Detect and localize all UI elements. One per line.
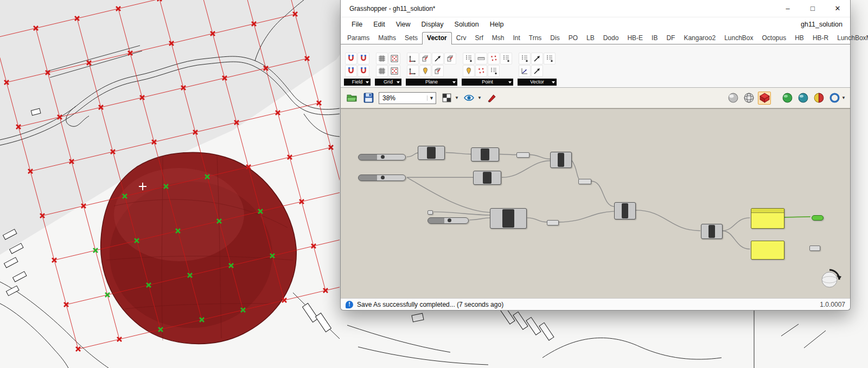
- menu-display[interactable]: Display: [416, 19, 449, 30]
- save-file-button[interactable]: [362, 92, 375, 105]
- arrow-icon[interactable]: [432, 53, 444, 64]
- magnet-icon[interactable]: [345, 65, 357, 77]
- arrow-icon[interactable]: [531, 65, 543, 77]
- gh-node-mini[interactable]: [809, 246, 820, 251]
- pin-icon[interactable]: [419, 65, 431, 77]
- tab-trns[interactable]: Trns: [525, 33, 546, 44]
- tab-maths[interactable]: Maths: [374, 33, 400, 44]
- titlebar[interactable]: Grasshopper - gh11_solution* –□✕: [341, 0, 850, 17]
- tab-lunchbox[interactable]: LunchBox: [720, 33, 757, 44]
- ribbon-group-label[interactable]: Plane: [406, 79, 457, 86]
- display-caret-icon[interactable]: ▼: [841, 95, 846, 100]
- xyz-icon[interactable]: [519, 53, 531, 64]
- gh-node-panel[interactable]: [751, 208, 784, 229]
- gh-node-slider[interactable]: [358, 175, 406, 181]
- ribbon-group-label[interactable]: Vector: [518, 79, 557, 86]
- menu-view[interactable]: View: [391, 19, 416, 30]
- gh-node-component[interactable]: [471, 147, 499, 162]
- tab-kangaroo2[interactable]: Kangaroo2: [679, 33, 720, 44]
- tab-params[interactable]: Params: [343, 33, 374, 44]
- gh-canvas[interactable]: [341, 108, 850, 298]
- tab-dis[interactable]: Dis: [546, 33, 564, 44]
- scatter-icon[interactable]: [488, 53, 500, 64]
- gh-node-green[interactable]: [812, 215, 824, 221]
- plane-icon[interactable]: [444, 53, 456, 64]
- gh-node-mini[interactable]: [427, 210, 433, 215]
- menu-help[interactable]: Help: [484, 19, 509, 30]
- tab-lb[interactable]: LB: [582, 33, 599, 44]
- arrow-icon[interactable]: [531, 53, 543, 64]
- minimize-button[interactable]: –: [775, 0, 800, 17]
- canvas-compass[interactable]: [818, 268, 841, 292]
- magnet-icon[interactable]: [358, 65, 369, 77]
- tab-sets[interactable]: Sets: [400, 33, 422, 44]
- tab-octopus[interactable]: Octopus: [758, 33, 791, 44]
- menu-file[interactable]: File: [346, 19, 368, 30]
- no-preview-icon[interactable]: [758, 92, 771, 105]
- canvas-pattern-button[interactable]: [440, 92, 453, 105]
- gh-node-component[interactable]: [614, 202, 636, 219]
- zoom-caret-icon[interactable]: ▼: [427, 95, 436, 101]
- preview-quality-icon[interactable]: [812, 92, 825, 105]
- ruler-icon[interactable]: [475, 53, 487, 64]
- gh-node-mini[interactable]: [547, 220, 559, 225]
- gh-node-component[interactable]: [473, 171, 501, 185]
- xyz-icon[interactable]: [500, 53, 512, 64]
- tab-df[interactable]: DF: [662, 33, 679, 44]
- gh-node-mini[interactable]: [516, 152, 529, 158]
- pin-icon[interactable]: [463, 65, 475, 77]
- magnet-icon[interactable]: [345, 53, 357, 64]
- tab-srf[interactable]: Srf: [470, 33, 487, 44]
- grid-icon[interactable]: [376, 53, 388, 64]
- tab-dodo[interactable]: Dodo: [599, 33, 623, 44]
- tab-hb[interactable]: HB: [790, 33, 808, 44]
- tab-hb-e[interactable]: HB-E: [623, 33, 647, 44]
- gh-node-component[interactable]: [490, 208, 527, 229]
- gh-node-panel[interactable]: [751, 241, 784, 260]
- ribbon-group-label[interactable]: Grid: [375, 79, 401, 86]
- tab-ib[interactable]: IB: [647, 33, 662, 44]
- xyz-icon[interactable]: [463, 53, 475, 64]
- tab-hb-r[interactable]: HB-R: [808, 33, 833, 44]
- pattern-caret-icon[interactable]: ▼: [455, 95, 459, 100]
- plane-icon[interactable]: [432, 65, 444, 77]
- gh-node-slider[interactable]: [358, 154, 406, 160]
- vecdisp-icon[interactable]: [519, 65, 531, 77]
- draw-fancy-wires-icon[interactable]: [796, 92, 809, 105]
- gh-node-slider[interactable]: [427, 217, 469, 224]
- document-preview-icon[interactable]: [828, 92, 841, 105]
- axes-icon[interactable]: [407, 65, 419, 77]
- plane-icon[interactable]: [419, 53, 431, 64]
- menu-solution[interactable]: Solution: [449, 19, 484, 30]
- wireframe-preview-icon[interactable]: [742, 92, 755, 105]
- tab-int[interactable]: Int: [508, 33, 524, 44]
- tab-vector[interactable]: Vector: [422, 32, 452, 44]
- preview-eye-button[interactable]: [463, 92, 476, 105]
- maximize-button[interactable]: □: [800, 0, 825, 17]
- menu-edit[interactable]: Edit: [368, 19, 391, 30]
- tab-msh[interactable]: Msh: [488, 33, 509, 44]
- gh-node-mini[interactable]: [578, 179, 591, 184]
- grid-icon[interactable]: [376, 65, 388, 77]
- open-file-button[interactable]: [345, 92, 358, 105]
- gh-node-component[interactable]: [701, 224, 723, 239]
- xyz-icon[interactable]: [488, 65, 500, 77]
- xyz-icon[interactable]: [544, 53, 556, 64]
- ribbon-group-label[interactable]: Point: [462, 79, 513, 86]
- close-button[interactable]: ✕: [825, 0, 850, 17]
- ribbon-group-label[interactable]: Field: [344, 79, 371, 86]
- axes-icon[interactable]: [407, 53, 419, 64]
- draw-icons-icon[interactable]: [781, 92, 794, 105]
- sketch-tool-button[interactable]: [486, 92, 499, 105]
- scatter-icon[interactable]: [475, 65, 487, 77]
- tab-lunchboxml[interactable]: LunchBoxML: [833, 33, 868, 44]
- griddots-icon[interactable]: [388, 65, 400, 77]
- griddots-icon[interactable]: [388, 53, 400, 64]
- shaded-preview-icon[interactable]: [726, 92, 739, 105]
- tab-po[interactable]: PO: [564, 33, 582, 44]
- tab-crv[interactable]: Crv: [452, 33, 471, 44]
- zoom-combo[interactable]: 38% ▼: [379, 92, 436, 104]
- gh-node-component[interactable]: [418, 146, 445, 160]
- gh-node-component[interactable]: [550, 152, 572, 168]
- eye-caret-icon[interactable]: ▼: [477, 95, 482, 100]
